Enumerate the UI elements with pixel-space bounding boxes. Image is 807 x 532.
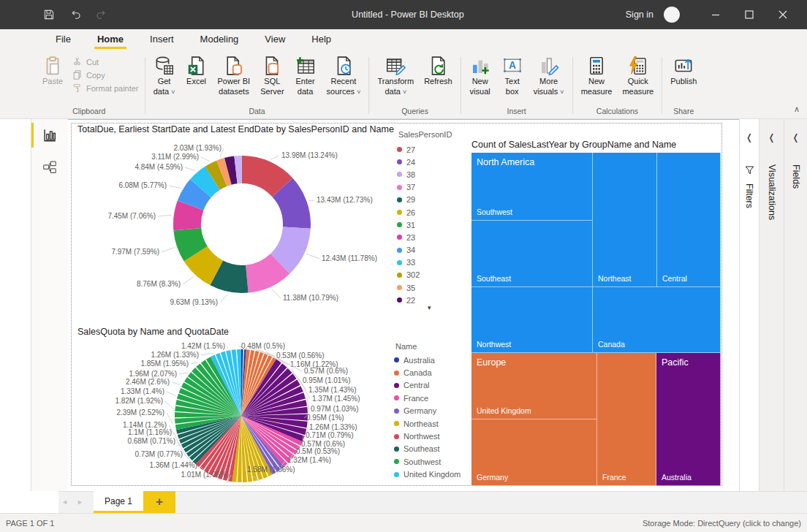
data-label: 0.95M (1.01%) — [303, 376, 351, 384]
legend-dot — [397, 197, 402, 202]
fields-panel[interactable]: ❬ Fields — [784, 119, 807, 491]
legend-item[interactable]: Central — [394, 379, 461, 392]
legend-item[interactable]: Southeast — [394, 443, 461, 455]
save-icon[interactable] — [42, 8, 56, 21]
legend-item[interactable]: 302 — [397, 269, 420, 281]
minimize-button[interactable] — [699, 0, 732, 29]
legend-item[interactable]: 35 — [397, 281, 420, 294]
data-label: 13.43M (12.73%) — [317, 196, 373, 204]
legend-dot — [394, 459, 399, 464]
menu-tab-home[interactable]: Home — [84, 30, 137, 50]
legend-item[interactable]: Northeast — [394, 417, 461, 430]
legend-dot — [397, 273, 402, 278]
treemap-cell-canada[interactable]: Canada — [593, 287, 721, 353]
treemap-group-label: Pacific — [662, 357, 689, 368]
storage-mode[interactable]: Storage Mode: DirectQuery (click to chan… — [643, 519, 801, 528]
treemap-cell-france[interactable]: France — [597, 353, 656, 486]
transform-data-icon — [384, 55, 406, 77]
data-label: 1.32M (1.4%) — [287, 456, 331, 464]
legend-item[interactable]: Northwest — [394, 430, 461, 442]
new-visual-button[interactable]: Newvisual — [464, 53, 496, 98]
sql-server-button[interactable]: SQLServer — [255, 53, 289, 98]
expand-filters-icon[interactable]: ❬ — [740, 132, 759, 142]
legend-item[interactable]: Southwest — [394, 455, 461, 468]
recent-sources-button[interactable]: Recentsources ˅ — [322, 53, 366, 99]
more-visuals-button[interactable]: Morevisuals ˅ — [528, 53, 569, 99]
excel-button[interactable]: Excel — [181, 53, 213, 88]
visualizations-panel[interactable]: ❬ Visualizations — [759, 119, 784, 491]
legend-item[interactable]: 34 — [397, 244, 420, 256]
data-label: 0.5M (0.53%) — [296, 447, 340, 455]
data-label: 8.76M (8.3%) — [137, 280, 181, 288]
treemap-cell-northwest[interactable]: Northwest — [471, 287, 593, 353]
treemap-cell-germany[interactable]: Germany — [471, 419, 597, 486]
enter-data-button[interactable]: Enterdata — [289, 53, 322, 98]
text-box-button[interactable]: ATextbox — [496, 53, 528, 98]
legend-item[interactable]: 38 — [397, 168, 420, 180]
menu-tab-file[interactable]: File — [42, 30, 84, 50]
model-view-button[interactable] — [31, 151, 68, 183]
copy-button[interactable]: Copy — [72, 69, 139, 80]
expand-visualizations-icon[interactable]: ❬ — [759, 132, 784, 142]
collapse-ribbon-icon[interactable]: ∧ — [794, 104, 800, 114]
format-painter-icon — [72, 83, 83, 94]
power-bi-datasets-button[interactable]: Power BIdatasets — [213, 53, 256, 98]
maximize-button[interactable] — [732, 0, 766, 29]
quick-measure-button[interactable]: Quickmeasure — [617, 53, 659, 98]
paste-button[interactable]: Paste — [37, 53, 69, 88]
sign-in-button[interactable]: Sign in — [626, 10, 653, 20]
legend-item[interactable]: 31 — [397, 218, 420, 231]
treemap-cell-united-kingdom[interactable]: EuropeUnited Kingdom — [471, 353, 597, 419]
treemap-cell-northeast[interactable]: Northeast — [593, 153, 657, 287]
treemap-cell-southeast[interactable]: Southeast — [471, 221, 593, 287]
legend-item[interactable]: Australia — [394, 354, 461, 366]
undo-icon[interactable] — [69, 8, 82, 21]
redo-icon[interactable] — [95, 8, 108, 21]
menu-tab-modeling[interactable]: Modeling — [187, 30, 252, 50]
new-measure-button[interactable]: Newmeasure — [576, 53, 618, 98]
ribbon-group-label: Calculations — [576, 107, 659, 118]
legend-scroll-down-icon[interactable]: ▾ — [428, 304, 431, 311]
legend-item[interactable]: 26 — [397, 206, 420, 218]
treemap-cell-central[interactable]: Central — [657, 153, 721, 287]
legend-item[interactable]: 37 — [397, 181, 420, 194]
legend-item[interactable]: 24 — [397, 156, 420, 168]
prev-page-icon[interactable]: ◄ — [61, 498, 68, 506]
legend-item[interactable]: 23 — [397, 231, 420, 243]
ribbon-group-label: Share — [665, 107, 702, 118]
treemap-cell-southwest[interactable]: North AmericaSouthwest — [471, 153, 593, 221]
legend-item[interactable]: 22 — [397, 294, 420, 306]
treemap-title: Count of SalesLastYear by GroupName and … — [471, 140, 676, 150]
get-data-button[interactable]: Getdata ˅ — [148, 53, 181, 99]
legend-item[interactable]: 29 — [397, 194, 420, 206]
legend-item[interactable]: Canada — [394, 366, 461, 379]
menu-tab-insert[interactable]: Insert — [137, 30, 187, 50]
legend-item[interactable]: 27 — [397, 143, 420, 156]
treemap-cell-label: Germany — [477, 473, 508, 482]
legend: 272438372926312334333023522 — [397, 143, 420, 306]
treemap-visual[interactable]: North AmericaSouthwestSoutheastNorthwest… — [471, 153, 721, 486]
legend-dot — [394, 370, 399, 376]
legend-item[interactable]: Germany — [394, 405, 461, 417]
format-painter-button[interactable]: Format painter — [72, 83, 139, 94]
refresh-button[interactable]: Refresh — [419, 53, 458, 88]
transform-data-button[interactable]: Transformdata ˅ — [372, 53, 419, 99]
page-tab[interactable]: Page 1 — [94, 491, 143, 513]
publish-button[interactable]: Publish — [665, 53, 702, 88]
avatar[interactable] — [664, 7, 680, 23]
next-page-icon[interactable]: ► — [77, 498, 83, 506]
publish-icon — [672, 55, 694, 77]
legend-item[interactable]: United Kingdom — [394, 468, 461, 481]
filters-panel[interactable]: ❬ Filters — [739, 119, 759, 491]
cut-button[interactable]: Cut — [72, 56, 139, 67]
close-button[interactable] — [766, 0, 800, 29]
report-view-button[interactable] — [31, 119, 68, 151]
menu-tab-help[interactable]: Help — [298, 30, 344, 50]
treemap-cell-australia[interactable]: PacificAustralia — [656, 353, 721, 486]
legend-item[interactable]: 33 — [397, 256, 420, 269]
report-canvas[interactable]: 13.98M (13.24%)13.43M (12.73%)12.43M (11… — [68, 119, 739, 491]
expand-fields-icon[interactable]: ❬ — [784, 132, 807, 142]
legend-item[interactable]: France — [394, 392, 461, 404]
menu-tab-view[interactable]: View — [251, 30, 298, 50]
add-page-button[interactable]: + — [143, 491, 175, 513]
